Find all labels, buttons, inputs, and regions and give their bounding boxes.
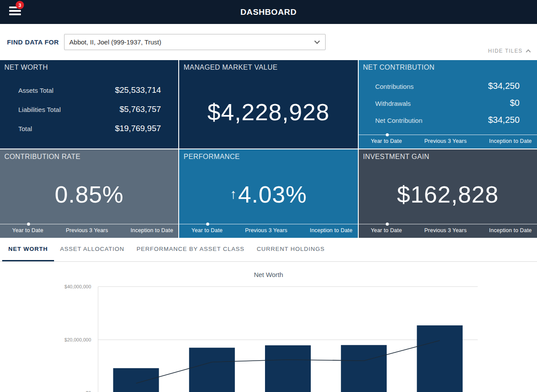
menu-icon-bar: [9, 14, 21, 15]
contribution-rate-value: 0.85%: [0, 164, 178, 224]
row-label: Total: [18, 125, 32, 132]
list-item: Assets Total $25,533,714: [18, 85, 161, 95]
period-tabs: Year to Date Previous 3 Years Inception …: [359, 135, 537, 149]
chart-bar: [265, 345, 311, 392]
period-tab-previous-3-years[interactable]: Previous 3 Years: [425, 227, 467, 238]
row-label: Net Contribution: [375, 117, 422, 124]
list-item: Total $19,769,957: [18, 124, 161, 133]
chart-bar: [417, 325, 462, 392]
tile-managed-market-value[interactable]: MANAGED MARKET VALUE $4,228,928: [179, 60, 357, 149]
summary-tiles: NET WORTH Assets Total $25,533,714 Liabi…: [0, 60, 537, 238]
performance-value: ↑ 4.03%: [179, 164, 357, 224]
period-tab-year-to-date[interactable]: Year to Date: [371, 138, 402, 149]
find-data-bar: FIND DATA FOR Abbot, II, Joel (999-1937,…: [0, 24, 537, 60]
list-item: Withdrawals $0: [375, 98, 520, 108]
tab-performance-by-asset-class[interactable]: PERFORMANCE BY ASSET CLASS: [130, 238, 251, 261]
period-tab-inception-to-date[interactable]: Inception to Date: [489, 138, 532, 149]
tab-net-worth[interactable]: NET WORTH: [2, 238, 54, 261]
period-tab-inception-to-date[interactable]: Inception to Date: [489, 227, 532, 238]
investment-gain-value: $162,828: [359, 164, 537, 224]
row-value: $34,250: [488, 115, 520, 125]
list-item: Net Contribution $34,250: [375, 115, 520, 125]
tile-title: NET CONTRIBUTION: [359, 60, 537, 75]
tile-title: PERFORMANCE: [179, 149, 357, 164]
row-value: $0: [510, 98, 520, 108]
net-worth-rows: Assets Total $25,533,714 Liabilities Tot…: [0, 75, 178, 133]
list-item: Contributions $34,250: [375, 81, 520, 91]
list-item: Liabilities Total $5,763,757: [18, 105, 161, 114]
y-tick-label: $20,000,000: [65, 337, 91, 342]
tile-net-worth[interactable]: NET WORTH Assets Total $25,533,714 Liabi…: [0, 60, 178, 149]
row-label: Contributions: [375, 83, 414, 90]
section-tabs: NET WORTH ASSET ALLOCATION PERFORMANCE B…: [0, 238, 537, 262]
period-tabs: Year to Date Previous 3 Years Inception …: [0, 224, 178, 238]
period-tab-year-to-date[interactable]: Year to Date: [12, 227, 43, 238]
trend-up-icon: ↑: [230, 186, 238, 202]
period-tab-inception-to-date[interactable]: Inception to Date: [310, 227, 353, 238]
net-worth-chart-section: Net Worth $40,000,000$20,000,000$0: [0, 262, 537, 392]
hide-tiles-label: HIDE TILES: [488, 48, 523, 54]
net-worth-chart: $40,000,000$20,000,000$0: [0, 262, 537, 392]
hide-tiles-button[interactable]: HIDE TILES: [488, 48, 530, 54]
row-value: $19,769,957: [115, 124, 161, 133]
row-label: Assets Total: [18, 87, 54, 94]
tile-title: INVESTMENT GAIN: [359, 149, 537, 164]
row-value: $25,533,714: [115, 85, 161, 95]
tile-title: MANAGED MARKET VALUE: [179, 60, 357, 75]
managed-market-value: $4,228,928: [179, 75, 357, 149]
chart-bar: [341, 345, 387, 392]
notification-badge[interactable]: 3: [16, 1, 24, 9]
period-tab-previous-3-years[interactable]: Previous 3 Years: [66, 227, 108, 238]
active-period-indicator: [386, 133, 389, 136]
chevron-down-icon: [314, 38, 320, 44]
chart-bar: [113, 368, 159, 392]
net-contribution-rows: Contributions $34,250 Withdrawals $0 Net…: [359, 75, 537, 125]
performance-number: 4.03%: [238, 181, 307, 208]
period-tab-previous-3-years[interactable]: Previous 3 Years: [425, 138, 467, 149]
tile-investment-gain[interactable]: INVESTMENT GAIN $162,828 Year to Date Pr…: [359, 149, 537, 238]
tile-performance[interactable]: PERFORMANCE ↑ 4.03% Year to Date Previou…: [179, 149, 357, 238]
find-data-label: FIND DATA FOR: [7, 38, 59, 46]
account-select-value: Abbot, II, Joel (999-1937, Trust): [69, 38, 161, 46]
active-period-indicator: [386, 223, 389, 226]
active-period-indicator: [206, 223, 209, 226]
row-value: $34,250: [488, 81, 520, 91]
row-label: Withdrawals: [375, 100, 411, 107]
page-title: DASHBOARD: [241, 7, 297, 17]
chart-bar: [189, 348, 235, 392]
period-tabs: Year to Date Previous 3 Years Inception …: [179, 224, 357, 238]
tile-title: NET WORTH: [0, 60, 178, 75]
row-label: Liabilities Total: [18, 106, 61, 113]
period-tabs: Year to Date Previous 3 Years Inception …: [359, 224, 537, 238]
menu-icon-bar: [9, 10, 21, 12]
y-tick-label: $0: [86, 390, 91, 392]
period-tab-year-to-date[interactable]: Year to Date: [191, 227, 222, 238]
period-tab-year-to-date[interactable]: Year to Date: [371, 227, 402, 238]
tab-current-holdings[interactable]: CURRENT HOLDINGS: [251, 238, 331, 261]
tab-asset-allocation[interactable]: ASSET ALLOCATION: [54, 238, 131, 261]
y-tick-label: $40,000,000: [65, 284, 91, 289]
top-bar: 3 DASHBOARD: [0, 0, 537, 24]
tile-title: CONTRIBUTION RATE: [0, 149, 178, 164]
tile-contribution-rate[interactable]: CONTRIBUTION RATE 0.85% Year to Date Pre…: [0, 149, 178, 238]
row-value: $5,763,757: [119, 105, 161, 114]
period-tab-inception-to-date[interactable]: Inception to Date: [130, 227, 173, 238]
period-tab-previous-3-years[interactable]: Previous 3 Years: [245, 227, 287, 238]
active-period-indicator: [27, 223, 30, 226]
account-select[interactable]: Abbot, II, Joel (999-1937, Trust): [64, 34, 326, 50]
tile-net-contribution[interactable]: NET CONTRIBUTION Contributions $34,250 W…: [359, 60, 537, 149]
chevron-up-icon: [526, 49, 530, 54]
